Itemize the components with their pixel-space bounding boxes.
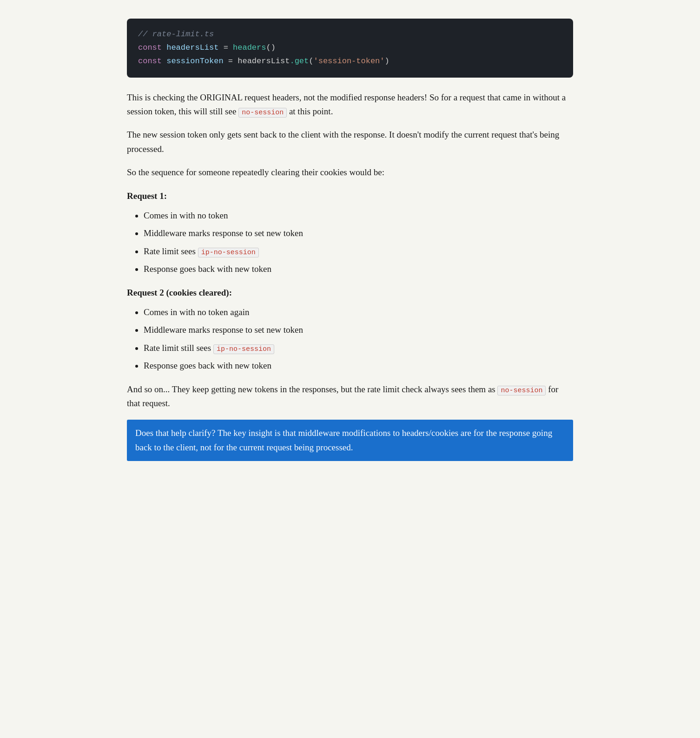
code-comment: // rate-limit.ts xyxy=(138,30,214,39)
paragraph-1-text-end: at this point. xyxy=(287,106,333,116)
code-var-sessionToken: sessionToken xyxy=(166,57,223,66)
request-1-list: Comes in with no token Middleware marks … xyxy=(127,209,573,277)
list-item-text: Rate limit still sees xyxy=(144,343,213,353)
paragraph-final: And so on... They keep getting new token… xyxy=(127,382,573,411)
code-keyword-const1: const xyxy=(138,43,162,52)
code-keyword-const2: const xyxy=(138,57,162,66)
list-item: Comes in with no token xyxy=(144,209,573,223)
code-line-1: const headersList = headers() xyxy=(138,41,562,55)
request-2-list: Comes in with no token again Middleware … xyxy=(127,305,573,373)
code-parens-1: () xyxy=(266,43,275,52)
inline-code-ip-no-session-2: ip-no-session xyxy=(213,344,274,354)
inline-code-no-session-1: no-session xyxy=(238,108,287,118)
code-comment-line: // rate-limit.ts xyxy=(138,28,562,41)
paragraph-3: So the sequence for someone repeatedly c… xyxy=(127,165,573,179)
list-item-text: Comes in with no token again xyxy=(144,307,249,317)
paragraph-1: This is checking the ORIGINAL request he… xyxy=(127,91,573,119)
request-1-label: Request 1: xyxy=(127,189,573,203)
code-paren-close: ) xyxy=(385,57,390,66)
code-paren-open: ( xyxy=(309,57,313,66)
list-item-text: Middleware marks response to set new tok… xyxy=(144,228,303,238)
code-line-2: const sessionToken = headersList.get('se… xyxy=(138,55,562,68)
inline-code-ip-no-session-1: ip-no-session xyxy=(198,248,259,257)
list-item: Comes in with no token again xyxy=(144,305,573,319)
code-var-headersList: headersList xyxy=(166,43,218,52)
inline-code-no-session-2: no-session xyxy=(497,386,546,395)
code-func-headers: headers xyxy=(233,43,266,52)
list-item-text: Response goes back with new token xyxy=(144,361,271,370)
list-item-text: Rate limit sees xyxy=(144,246,198,256)
highlighted-conclusion: Does that help clarify? The key insight … xyxy=(127,420,573,461)
code-obj-headersList: headersList xyxy=(238,57,290,66)
code-equals-2: = xyxy=(228,57,238,66)
list-item: Rate limit still sees ip-no-session xyxy=(144,341,573,355)
paragraph-1-text-start: This is checking the ORIGINAL request he… xyxy=(127,92,566,116)
list-item: Rate limit sees ip-no-session xyxy=(144,244,573,258)
list-item: Response goes back with new token xyxy=(144,262,573,276)
code-method-get: .get xyxy=(290,57,309,66)
list-item-text: Middleware marks response to set new tok… xyxy=(144,325,303,335)
list-item: Response goes back with new token xyxy=(144,359,573,373)
code-equals-1: = xyxy=(224,43,233,52)
request-2-label: Request 2 (cookies cleared): xyxy=(127,286,573,300)
list-item: Middleware marks response to set new tok… xyxy=(144,323,573,337)
paragraph-2: The new session token only gets sent bac… xyxy=(127,128,573,156)
list-item: Middleware marks response to set new tok… xyxy=(144,226,573,240)
list-item-text: Response goes back with new token xyxy=(144,264,271,274)
highlighted-text: Does that help clarify? The key insight … xyxy=(135,428,552,452)
list-item-text: Comes in with no token xyxy=(144,211,228,220)
code-block: // rate-limit.ts const headersList = hea… xyxy=(127,19,573,78)
paragraph-final-text-start: And so on... They keep getting new token… xyxy=(127,384,497,394)
code-string-session-token: 'session-token' xyxy=(313,57,384,66)
